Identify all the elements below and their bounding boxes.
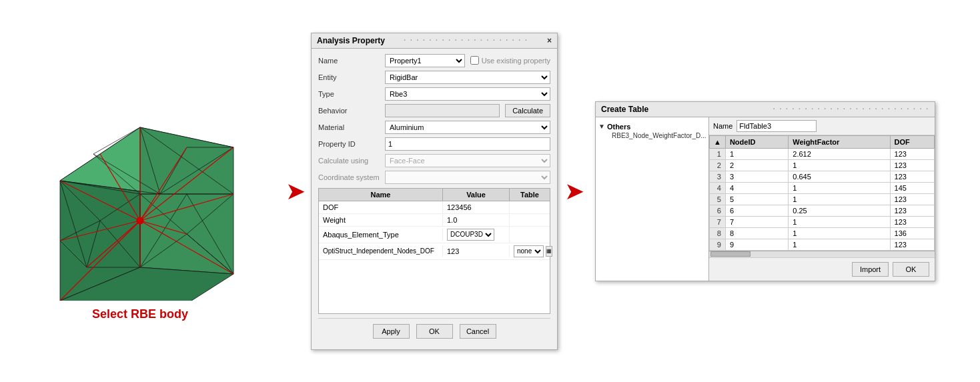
col-header-dof: DOF bbox=[890, 135, 934, 148]
entity-label: Entity bbox=[318, 73, 385, 81]
prop-table-dof bbox=[510, 205, 550, 209]
property-id-label: Property ID bbox=[318, 140, 385, 148]
table-ok-button[interactable]: OK bbox=[893, 262, 929, 277]
tree-child-item[interactable]: RBE3_Node_WeightFactor_D... bbox=[598, 132, 706, 139]
table-row: 8 8 1 136 bbox=[710, 227, 935, 239]
table-row: Weight 1.0 bbox=[319, 214, 550, 227]
analysis-property-dialog: Analysis Property · · · · · · · · · · · … bbox=[311, 33, 558, 350]
row-number: 1 bbox=[710, 148, 726, 159]
row-number: 9 bbox=[710, 239, 726, 250]
material-row: Material Aluminium bbox=[318, 121, 550, 134]
arrow-1: ➤ bbox=[286, 177, 306, 205]
arrow-2: ➤ bbox=[564, 177, 584, 205]
cell-dof: 123 bbox=[890, 239, 934, 250]
analysis-dialog-body: Name Property1 Use existing property Ent… bbox=[312, 49, 557, 349]
row-number: 4 bbox=[710, 182, 726, 193]
horizontal-scrollbar[interactable] bbox=[709, 251, 935, 257]
prop-name-abaqus: Abaqus_Element_Type bbox=[319, 229, 443, 241]
material-label: Material bbox=[318, 123, 385, 131]
abaqus-element-select[interactable]: DCOUP3D bbox=[447, 229, 494, 241]
cell-nodeid: 5 bbox=[725, 193, 788, 205]
table-icon-button[interactable]: ▦ bbox=[546, 246, 552, 257]
cancel-button[interactable]: Cancel bbox=[460, 324, 496, 339]
scrollbar-thumb[interactable] bbox=[710, 251, 751, 257]
analysis-dialog-close[interactable]: × bbox=[547, 36, 552, 45]
analysis-dialog-footer: Apply OK Cancel bbox=[318, 318, 550, 344]
select-rbe-label: Select RBE body bbox=[92, 307, 188, 321]
row-number: 5 bbox=[710, 193, 726, 205]
prop-value-weight: 1.0 bbox=[443, 214, 510, 226]
prop-value-abaqus: DCOUP3D bbox=[443, 227, 510, 243]
cell-weight: 1 bbox=[789, 182, 890, 193]
properties-table-header: Name Value Table bbox=[319, 189, 550, 201]
prop-table-optistruct: none ▦ bbox=[510, 243, 550, 259]
material-select[interactable]: Aluminium bbox=[385, 121, 550, 134]
calculate-using-select: Face-Face bbox=[385, 154, 550, 167]
type-row: Type Rbe3 bbox=[318, 87, 550, 101]
tree-child-label: RBE3_Node_WeightFactor_D... bbox=[612, 132, 706, 139]
cell-weight: 1 bbox=[789, 216, 890, 227]
use-existing-checkbox[interactable] bbox=[470, 56, 479, 65]
table-row: 1 1 2.612 123 bbox=[710, 148, 935, 159]
table-row: 5 5 1 123 bbox=[710, 193, 935, 205]
entity-select[interactable]: RigidBar bbox=[385, 71, 550, 84]
cell-dof: 123 bbox=[890, 205, 934, 216]
name-label: Name bbox=[318, 57, 385, 65]
cell-nodeid: 6 bbox=[725, 205, 788, 216]
prop-table-abaqus bbox=[510, 233, 550, 237]
property-id-row: Property ID bbox=[318, 137, 550, 151]
left-panel: Select RBE body bbox=[0, 0, 280, 382]
cell-weight: 1 bbox=[789, 227, 890, 239]
row-number: 2 bbox=[710, 159, 726, 171]
col-header-table: Table bbox=[510, 189, 550, 201]
cell-nodeid: 2 bbox=[725, 159, 788, 171]
table-row: Abaqus_Element_Type DCOUP3D bbox=[319, 227, 550, 243]
data-table-scroll[interactable]: ▲ NodeID WeightFactor DOF 1 1 2.612 123 … bbox=[709, 135, 935, 251]
col-header-weight: WeightFactor bbox=[789, 135, 890, 148]
table-name-input[interactable] bbox=[737, 120, 817, 132]
tree-group-item[interactable]: ▼ Others bbox=[598, 121, 706, 132]
cell-nodeid: 8 bbox=[725, 227, 788, 239]
create-table-dialog-body: ▼ Others RBE3_Node_WeightFactor_D... Nam… bbox=[596, 117, 935, 281]
prop-name-dof: DOF bbox=[319, 201, 443, 213]
cell-weight: 1 bbox=[789, 193, 890, 205]
import-button[interactable]: Import bbox=[852, 262, 889, 277]
cell-nodeid: 3 bbox=[725, 171, 788, 182]
prop-value-optistruct: 123 bbox=[443, 245, 510, 257]
coordinate-label: Coordinate system bbox=[318, 173, 385, 181]
title-dots: · · · · · · · · · · · · · · · · · · · · bbox=[404, 37, 528, 44]
analysis-dialog-titlebar[interactable]: Analysis Property · · · · · · · · · · · … bbox=[312, 33, 557, 49]
tree-collapse-icon[interactable]: ▼ bbox=[598, 123, 605, 130]
create-table-dialog-titlebar[interactable]: Create Table · · · · · · · · · · · · · ·… bbox=[596, 102, 935, 117]
create-table-dialog-title: Create Table bbox=[601, 105, 648, 114]
type-select[interactable]: Rbe3 bbox=[385, 87, 550, 101]
cell-weight: 0.645 bbox=[789, 171, 890, 182]
optistruct-table-select[interactable]: none bbox=[514, 245, 544, 257]
cell-dof: 136 bbox=[890, 227, 934, 239]
behavior-input bbox=[385, 104, 500, 117]
ok-button[interactable]: OK bbox=[416, 324, 453, 339]
coordinate-select bbox=[385, 171, 550, 184]
row-number: 6 bbox=[710, 205, 726, 216]
name-select[interactable]: Property1 bbox=[385, 54, 465, 67]
use-existing-label: Use existing property bbox=[482, 57, 550, 65]
name-row: Name Property1 Use existing property bbox=[318, 54, 550, 67]
row-number: 7 bbox=[710, 216, 726, 227]
apply-button[interactable]: Apply bbox=[373, 324, 410, 339]
cell-weight: 1 bbox=[789, 239, 890, 250]
row-number: 3 bbox=[710, 171, 726, 182]
cell-weight: 2.612 bbox=[789, 148, 890, 159]
calculate-button[interactable]: Calculate bbox=[505, 104, 550, 117]
cell-dof: 123 bbox=[890, 159, 934, 171]
property-id-input[interactable] bbox=[385, 137, 550, 151]
coordinate-row: Coordinate system bbox=[318, 171, 550, 184]
col-header-rownum: ▲ bbox=[710, 135, 726, 148]
type-label: Type bbox=[318, 90, 385, 98]
row-number: 8 bbox=[710, 227, 726, 239]
cell-dof: 123 bbox=[890, 148, 934, 159]
properties-table-container: Name Value Table DOF 123456 Weight 1.0 A… bbox=[318, 188, 550, 314]
table-row: 9 9 1 123 bbox=[710, 239, 935, 250]
table-row: 4 4 1 145 bbox=[710, 182, 935, 193]
col-header-nodeid: NodeID bbox=[725, 135, 788, 148]
use-existing-container: Use existing property bbox=[470, 56, 550, 65]
